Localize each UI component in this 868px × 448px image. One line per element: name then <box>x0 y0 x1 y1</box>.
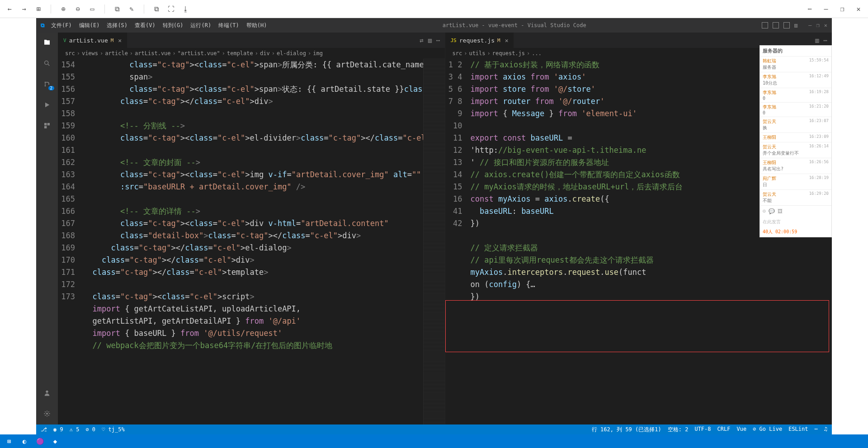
settings-icon[interactable] <box>42 408 52 419</box>
crumb[interactable]: src <box>65 50 75 57</box>
emoji-icon[interactable]: ☺ <box>763 208 766 214</box>
layout-icon[interactable] <box>773 22 779 28</box>
maximize-icon[interactable]: ❐ <box>838 5 846 13</box>
search-icon[interactable] <box>42 58 52 69</box>
crumb[interactable]: template <box>227 50 253 57</box>
status-item[interactable]: ⎇ <box>41 426 47 433</box>
status-bar: ⎇◉ 9⚠ 5⊘ 0♡ tj_5% 行 162, 列 59 (已选择1)空格: … <box>36 424 832 434</box>
compare-icon[interactable]: ⇄ <box>420 37 423 44</box>
image-icon[interactable]: 🖼 <box>778 208 783 214</box>
status-item[interactable]: 行 162, 列 59 (已选择1) <box>592 426 661 434</box>
run-icon[interactable] <box>42 99 52 110</box>
chat-input[interactable]: 在此发言 <box>760 217 831 227</box>
menu-item[interactable]: 文件(F) <box>51 22 72 29</box>
expand-icon[interactable]: ⛶ <box>167 5 175 13</box>
menu-item[interactable]: 转到(G) <box>163 22 184 29</box>
download-icon[interactable]: ⭳ <box>181 5 189 13</box>
layout-icon[interactable] <box>783 22 790 28</box>
close-tab-icon[interactable]: ✕ <box>118 37 122 44</box>
breadcrumb[interactable]: src › views › article › artList.vue › "a… <box>58 48 445 59</box>
split-icon[interactable]: ▥ <box>815 37 819 44</box>
menu-item[interactable]: 帮助(H) <box>246 22 267 29</box>
svg-point-1 <box>45 82 46 83</box>
crumb[interactable]: views <box>82 50 98 57</box>
menu-item[interactable]: 终端(T) <box>218 22 239 29</box>
js-file-icon: JS <box>451 38 457 43</box>
editor-pane-left: V artList.vue M ✕ ⇄ ▥ ⋯ src › views › ar… <box>58 33 445 424</box>
copy-icon[interactable]: ⧉ <box>152 5 160 13</box>
crumb[interactable]: "artList.vue" <box>178 50 220 57</box>
status-item[interactable]: ♡ tj_5% <box>102 426 125 433</box>
chat-row: 贺云天16:26:14弄个全局变量行不 <box>760 142 831 158</box>
split-icon[interactable]: ▥ <box>428 37 432 44</box>
menu-item[interactable]: 查看(V) <box>135 22 156 29</box>
task-icon[interactable]: 🟣 <box>33 436 46 446</box>
fit-icon[interactable]: ▭ <box>88 5 96 13</box>
svg-rect-6 <box>44 126 47 128</box>
svg-point-8 <box>46 413 48 415</box>
start-icon[interactable]: ⊞ <box>3 436 15 446</box>
chat-row: 王柳阳16:23:09 <box>760 132 831 142</box>
forward-icon[interactable]: → <box>20 5 28 13</box>
account-icon[interactable] <box>42 387 52 398</box>
minimap[interactable] <box>423 59 445 424</box>
back-icon[interactable]: ← <box>5 5 14 13</box>
close-icon[interactable]: ✕ <box>824 22 827 28</box>
crumb[interactable]: request.js <box>492 50 525 57</box>
chat-row: 李东旭16:21:200 <box>760 102 831 117</box>
extensions-icon[interactable] <box>42 120 52 131</box>
status-item[interactable]: ⊘ Go Live <box>753 426 782 434</box>
status-item[interactable]: ⊘ 0 <box>85 426 95 433</box>
code-editor-left[interactable]: 154 155 156 157 158 159 160 161 162 163 … <box>58 59 445 424</box>
close-tab-icon[interactable]: ✕ <box>505 37 509 44</box>
edit-icon[interactable]: ✎ <box>127 5 136 13</box>
close-icon[interactable]: ✕ <box>854 5 863 13</box>
vscode-logo-icon: ⧉ <box>41 22 45 28</box>
min-icon[interactable]: — <box>808 22 811 28</box>
status-item[interactable]: UTF-8 <box>694 426 711 434</box>
scm-icon[interactable]: 2 <box>42 79 52 90</box>
tab-request[interactable]: JS request.js M ✕ <box>445 33 514 48</box>
crumb[interactable]: article <box>105 50 128 57</box>
menu-item[interactable]: 运行(R) <box>190 22 211 29</box>
status-item[interactable]: ◉ 9 <box>53 426 63 433</box>
status-item[interactable]: ⚠ 5 <box>70 426 80 433</box>
status-item[interactable]: Vue <box>736 426 746 434</box>
status-item[interactable]: 空格: 2 <box>668 426 689 434</box>
menu-item[interactable]: 选择(S) <box>107 22 127 29</box>
status-item[interactable]: ♫ <box>824 426 827 434</box>
zoom-in-icon[interactable]: ⊕ <box>59 5 67 13</box>
chat-row: 李东旭16:12:4910分总 <box>760 72 831 88</box>
crumb[interactable]: utils <box>469 50 485 57</box>
crumb[interactable]: el-dialog <box>277 50 306 57</box>
more-icon[interactable]: ⋯ <box>806 5 814 13</box>
zoom-out-icon[interactable]: ⊖ <box>74 5 82 13</box>
crumb[interactable]: div <box>260 50 270 57</box>
tab-artlist[interactable]: V artList.vue M ✕ <box>58 33 127 48</box>
task-icon[interactable]: ◆ <box>49 436 61 446</box>
status-item[interactable]: CRLF <box>717 426 731 434</box>
chat-header: 服务器的 <box>760 46 831 56</box>
status-item[interactable]: ⋯ <box>815 426 818 434</box>
minimize-icon[interactable]: — <box>822 5 830 13</box>
customize-icon[interactable]: ▥ <box>794 22 797 28</box>
status-item[interactable]: ESLint <box>788 426 808 434</box>
crumb[interactable]: src <box>453 50 462 57</box>
layout-icon[interactable] <box>762 22 768 28</box>
modified-indicator: M <box>111 38 114 43</box>
crumb[interactable]: artList.vue <box>135 50 170 57</box>
task-icon[interactable]: ◐ <box>18 436 31 446</box>
more-icon[interactable]: ⋯ <box>436 37 440 44</box>
chat-bubble-icon[interactable]: 💬 <box>769 208 775 214</box>
crumb[interactable]: img <box>313 50 323 57</box>
apps-icon[interactable]: ⊞ <box>34 5 42 13</box>
crumb[interactable]: ... <box>532 50 542 57</box>
svg-point-0 <box>45 61 48 65</box>
svg-rect-4 <box>44 123 47 125</box>
max-icon[interactable]: ❐ <box>816 22 820 28</box>
explorer-icon[interactable] <box>42 37 52 48</box>
more-icon[interactable]: ⋯ <box>824 37 827 44</box>
tab-label: artList.vue <box>69 37 108 44</box>
window-icon[interactable]: ⧉ <box>113 5 121 13</box>
menu-item[interactable]: 编辑(E) <box>79 22 100 29</box>
